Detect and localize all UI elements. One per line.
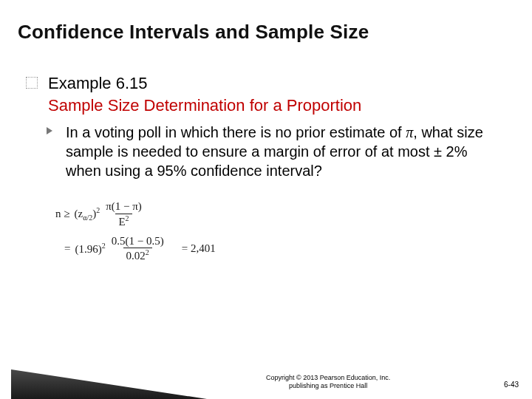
z-sub: α/2 [83,214,92,222]
body-text: In a voting poll in which there is no pr… [48,123,502,180]
frac1-den: E2 [115,214,132,228]
wedge-dark-icon [11,369,207,399]
copyright: Copyright © 2013 Pearson Education, Inc.… [266,374,390,389]
frac1-num: π(1 − π) [104,201,143,214]
num-value: (1.96) [75,243,101,255]
body-pre: In a voting poll in which there is no pr… [66,124,406,140]
content-area: Example 6.15 Sample Size Determination f… [48,74,502,268]
copyright-line1: Copyright © 2013 Pearson Education, Inc. [266,374,390,381]
example-label: Example 6.15 [48,74,502,93]
frac2-den-sup: 2 [146,248,149,256]
fraction-1: π(1 − π) E2 [104,201,143,228]
frac1-den-sup: 2 [126,214,129,222]
formula-result: = 2,401 [182,243,216,255]
pi-symbol: π [406,124,413,140]
page-number: 6-43 [504,381,519,389]
z-sup: 2 [96,206,100,214]
frac2-den-base: 0.02 [126,250,146,262]
formula-row-1: n ≥ (zα/2)2 π(1 − π) E2 [55,201,273,228]
example-subtitle: Sample Size Determination for a Proporti… [48,96,502,115]
slide: Confidence Intervals and Sample Size Exa… [0,0,532,399]
wedge-light-icon [20,362,293,399]
formula-lhs: n ≥ [55,208,69,220]
formula-196: (1.96)2 [75,242,105,256]
z-base: (z [74,208,83,219]
bullet-marker-icon [47,127,52,134]
frac2-den: 0.022 [123,248,152,262]
fraction-2: 0.5(1 − 0.5) 0.022 [110,236,166,263]
copyright-line2: publishing as Prentice Hall [266,382,390,389]
formula-row-2: = (1.96)2 0.5(1 − 0.5) 0.022 = 2,401 [55,236,273,263]
num-value-sup: 2 [102,242,106,250]
formula-box: n ≥ (zα/2)2 π(1 − π) E2 = (1.96)2 0.5(1 … [51,197,280,268]
frac1-den-base: E [118,216,125,228]
formula-zterm: (zα/2)2 [74,207,100,222]
page-title: Confidence Intervals and Sample Size [18,21,369,44]
formula-eq: = [64,243,70,255]
frac2-num: 0.5(1 − 0.5) [110,236,166,248]
